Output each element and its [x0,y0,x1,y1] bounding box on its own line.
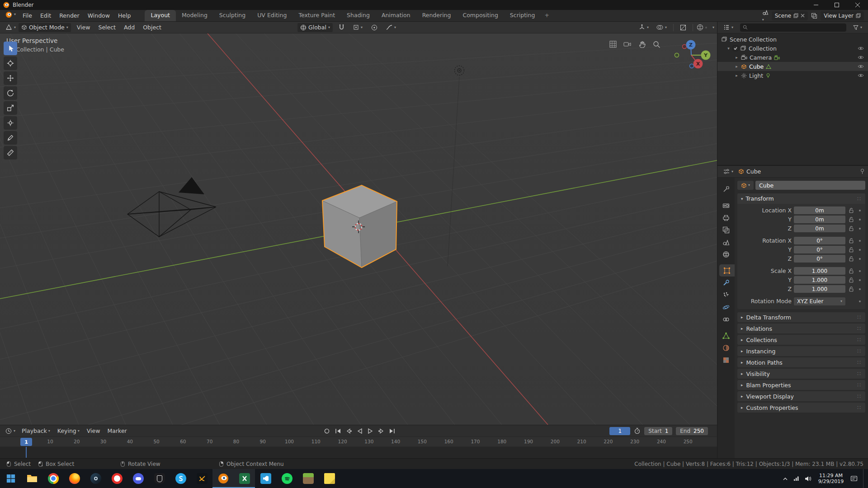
transform-panel-header[interactable]: ▾ Transform ∷ [737,193,865,204]
outliner-collection[interactable]: ▾ Collection [717,44,868,53]
pan-hand-icon[interactable] [637,39,647,50]
disclosure-triangle-icon[interactable]: ▾ [726,46,731,51]
excel-icon[interactable] [234,469,255,488]
minimize-button[interactable] [806,0,826,10]
new-view-layer-icon[interactable] [856,13,861,18]
animate-dot[interactable] [859,300,861,302]
object-id-dropdown[interactable]: ▾ [737,181,754,190]
next-keyframe-button[interactable] [376,427,386,435]
section-blam-properties[interactable]: ▸Blam Properties∷ [737,380,865,390]
disclosure-triangle-icon[interactable]: ▸ [735,64,739,69]
section-visibility[interactable]: ▸Visibility∷ [737,369,865,379]
add-workspace-button[interactable]: + [541,10,552,21]
unlink-scene-icon[interactable] [801,14,805,18]
gizmo-neg-x-ball[interactable] [683,45,687,49]
transform-field-rotation-x[interactable]: 0° [794,237,845,244]
material-tab-icon[interactable] [717,342,735,354]
lock-icon[interactable] [848,217,855,222]
file-explorer-icon[interactable] [21,469,42,488]
prev-keyframe-button[interactable] [344,427,354,435]
maximize-button[interactable] [826,0,847,10]
eye-icon[interactable] [858,73,864,78]
timeline-ruler[interactable]: 1020304050607080901001101201301401501601… [0,436,717,446]
transform-tool[interactable] [4,116,17,130]
editor-type-button[interactable]: ▾ [3,23,19,32]
current-frame-field[interactable]: 1 [609,427,630,435]
action-center-icon[interactable] [850,475,858,482]
gizmo-neg-z-ball[interactable] [690,64,694,68]
tab-scripting[interactable]: Scripting [504,10,541,21]
physics-tab-icon[interactable] [717,301,735,313]
animate-dot[interactable] [859,270,861,272]
minecraft-icon[interactable] [297,469,319,488]
visual-studio-icon[interactable] [255,469,276,488]
shading-solid-button[interactable] [705,27,707,28]
menu-render[interactable]: Render [55,10,84,21]
transform-field-scale-y[interactable]: 1.000 [794,276,845,284]
view-layer-tab-icon[interactable] [717,224,735,236]
disclosure-triangle-icon[interactable]: ▸ [735,73,739,78]
measure-tool[interactable] [4,146,17,160]
discord-icon[interactable] [127,469,149,488]
tab-sculpting[interactable]: Sculpting [213,10,251,21]
start-frame-field[interactable]: Start 1 [644,427,672,435]
section-viewport-display[interactable]: ▸Viewport Display∷ [737,391,865,401]
cursor-tool[interactable] [4,56,17,70]
snap-toggle[interactable] [336,23,347,32]
lock-icon[interactable] [848,208,855,213]
outliner-search-input[interactable] [740,23,846,32]
taskbar-clock[interactable]: 11:29 AM 9/29/2019 [817,473,845,485]
menu-help[interactable]: Help [114,10,135,21]
jump-to-start-button[interactable] [333,427,343,435]
transform-orientation-dropdown[interactable]: Global ▾ [297,23,333,32]
outliner-item-light[interactable]: ▸Light [717,71,868,80]
section-custom-properties[interactable]: ▸Custom Properties∷ [737,403,865,413]
object-tab-icon[interactable] [719,264,735,277]
viewport-menu-select[interactable]: Select [94,24,120,31]
view-layer-icon[interactable] [811,13,817,19]
proportional-falloff-dropdown[interactable]: ▾ [383,23,399,32]
tab-texture-paint[interactable]: Texture Paint [292,10,341,21]
menu-edit[interactable]: Edit [36,10,55,21]
annotate-tool[interactable] [4,131,17,145]
menu-window[interactable]: Window [84,10,114,21]
outliner-editor-type-button[interactable]: ▾ [721,23,736,32]
select-box-tool[interactable] [4,42,17,55]
blender-taskbar-icon[interactable] [212,469,234,488]
mode-dropdown[interactable]: Object Mode ▾ [19,23,71,32]
animate-dot[interactable] [859,210,861,211]
animate-dot[interactable] [859,279,861,281]
transform-field-location-y[interactable]: 0m [794,216,845,223]
animate-dot[interactable] [859,258,861,260]
proportional-editing-toggle[interactable] [368,23,380,32]
jump-to-end-button[interactable] [387,427,397,435]
close-button[interactable] [847,0,868,10]
grid-ortho-icon[interactable] [608,39,618,50]
light-object[interactable] [455,66,464,75]
menu-file[interactable]: File [19,10,36,21]
shading-wireframe-button[interactable] [697,24,703,31]
disclosure-triangle-icon[interactable]: ▸ [735,55,739,60]
animate-dot[interactable] [859,240,861,242]
transform-field-rotation-y[interactable]: 0° [794,246,845,253]
filter-dropdown[interactable]: ▾ [850,23,865,32]
sticky-notes-icon[interactable] [319,469,340,488]
scene-name-field[interactable]: Scene [772,11,808,20]
network-icon[interactable] [793,476,799,481]
firefox-icon[interactable] [64,469,85,488]
world-tab-icon[interactable] [717,248,735,260]
viewport-menu-object[interactable]: Object [139,24,165,31]
constraints-tab-icon[interactable] [717,313,735,325]
rotate-tool[interactable] [4,86,17,100]
animate-dot[interactable] [859,228,861,230]
steam-icon[interactable] [85,469,106,488]
3d-viewport[interactable]: User Perspective (1) Collection | Cube Z… [0,33,717,425]
new-scene-icon[interactable] [793,13,798,18]
transform-field-location-z[interactable]: 0m [794,225,845,232]
texture-tab-icon[interactable] [717,354,735,366]
camera-view-icon[interactable] [622,39,633,50]
play-button[interactable] [365,427,375,435]
object-name-field[interactable]: Cube [755,181,865,190]
animate-dot[interactable] [859,219,861,221]
show-gizmo-dropdown[interactable]: ▾ [636,23,651,32]
